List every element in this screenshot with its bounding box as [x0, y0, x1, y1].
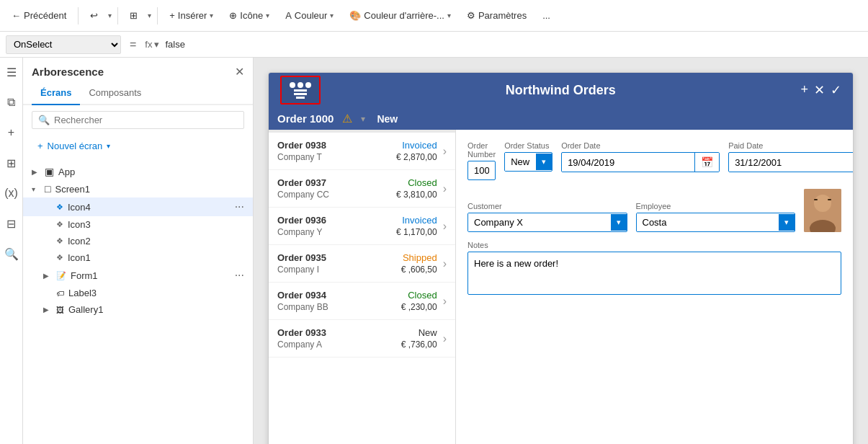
grid-icon[interactable]: ⊟	[1, 213, 22, 234]
canvas-area: Northwind Orders + ✕ ✓ Order 1000 ⚠ ▾ Ne…	[254, 58, 868, 444]
params-button[interactable]: ⚙ Paramètres	[461, 7, 532, 24]
puzzle-icon[interactable]: ⊞	[1, 153, 22, 173]
insert-button[interactable]: + Insérer ▾	[164, 7, 219, 24]
list-chevron: ›	[443, 257, 447, 270]
tree-item-screen1[interactable]: ▾ □ Screen1	[23, 180, 253, 197]
calendar-icon[interactable]: 📅	[694, 153, 719, 172]
svg-rect-4	[828, 199, 831, 200]
svg-point-1	[814, 195, 831, 212]
order-number-field: Order Number	[467, 141, 496, 180]
formula-bar: OnSelect = fx ▾	[0, 32, 868, 58]
employee-select[interactable]: Costa	[637, 213, 779, 231]
layers-icon[interactable]: ⧉	[1, 92, 22, 112]
undo-button[interactable]: ↩	[84, 7, 104, 24]
property-select[interactable]: OnSelect	[6, 35, 121, 54]
form-more-icon[interactable]: ···	[235, 269, 244, 282]
more-button[interactable]: ...	[537, 7, 556, 24]
order-number-input[interactable]	[467, 161, 496, 180]
sidebar-search: 🔍	[32, 111, 244, 129]
add-icon[interactable]: +	[1, 123, 22, 143]
app-title: Northwind Orders	[321, 83, 800, 98]
tree-item-label3[interactable]: 🏷 Label3	[23, 285, 253, 301]
list-item[interactable]: Order 0933 New Company A € ,736,00 ›	[269, 320, 455, 358]
item-more-icon[interactable]: ···	[235, 200, 244, 213]
list-chevron: ›	[443, 332, 447, 345]
icon4-icon: ❖	[56, 203, 63, 212]
list-item[interactable]: Order 0938 Invoiced Company T € 2,870,00…	[269, 133, 455, 170]
list-item[interactable]: Order 0934 Closed Company BB € ,230,00 ›	[269, 283, 455, 320]
list-item[interactable]: Order 0937 Closed Company CC € 3,810,00 …	[269, 170, 455, 208]
copy-button[interactable]: ⊞	[124, 7, 143, 24]
tree-item-gallery1[interactable]: ▶ 🖼 Gallery1	[23, 301, 253, 318]
customer-field: Customer Company X ▾	[467, 202, 627, 232]
label-icon: 🏷	[56, 289, 64, 298]
fx-chevron: ▾	[154, 39, 159, 50]
employee-field: Employee Costa ▾	[636, 202, 796, 232]
gear-icon: ⚙	[467, 10, 475, 21]
notes-textarea[interactable]: Here is a new order!	[467, 252, 841, 295]
new-screen-chevron: ▾	[107, 142, 110, 150]
detail-row2: Customer Company X ▾ Employee	[467, 189, 841, 232]
notes-label: Notes	[467, 241, 841, 249]
paid-date-input[interactable]	[729, 154, 853, 172]
fx-button[interactable]: fx ▾	[145, 39, 159, 50]
close-record-icon[interactable]: ✕	[814, 82, 825, 98]
search-icon[interactable]: 🔍	[1, 244, 22, 264]
notes-section: Notes Here is a new order!	[467, 241, 841, 297]
icon-button[interactable]: ⊕ Icône ▾	[223, 7, 275, 24]
employee-arrow: ▾	[779, 214, 795, 231]
icon-dots	[290, 82, 311, 88]
order-chevron: ▾	[361, 114, 365, 124]
undo-chevron[interactable]: ▾	[108, 12, 112, 19]
customer-select[interactable]: Company X	[468, 213, 611, 231]
search-icon: 🔍	[38, 115, 50, 125]
tree-item-icon2[interactable]: ❖ Icon2	[23, 233, 253, 249]
tree-item-icon4[interactable]: ❖ Icon4 ···	[23, 197, 253, 216]
tree-item-icon3[interactable]: ❖ Icon3	[23, 216, 253, 233]
order-status-field: Order Status New ▾	[504, 141, 552, 180]
bg-color-icon: 🎨	[349, 10, 361, 21]
search-input[interactable]	[54, 115, 238, 125]
app-header-actions: + ✕ ✓	[800, 82, 841, 98]
new-screen-button[interactable]: + Nouvel écran ▾	[32, 138, 244, 154]
icon-icon: ⊕	[229, 10, 237, 21]
icon-selected-box[interactable]	[280, 76, 321, 105]
list-item[interactable]: Order 0935 Shipped Company I € ,606,50 ›	[269, 245, 455, 283]
list-item[interactable]: Order 0936 Invoiced Company Y € 1,170,00…	[269, 208, 455, 245]
order-date-input[interactable]	[562, 154, 694, 172]
tree-item-app[interactable]: ▶ ▣ App	[23, 163, 253, 180]
plus-icon: +	[37, 141, 43, 151]
copy-chevron[interactable]: ▾	[148, 12, 151, 19]
hamburger-icon[interactable]: ☰	[1, 62, 22, 82]
tab-components[interactable]: Composants	[80, 83, 150, 105]
order-status-select-wrap: New ▾	[504, 152, 552, 172]
list-chevron: ›	[443, 220, 447, 233]
order-status-select[interactable]: New	[505, 153, 536, 171]
confirm-icon[interactable]: ✓	[831, 82, 841, 98]
form-icon: 📝	[56, 271, 66, 280]
expand-icon: ▾	[32, 185, 40, 193]
employee-select-wrap: Costa ▾	[636, 213, 796, 232]
color-button[interactable]: A Couleur ▾	[279, 7, 339, 24]
tree-item-icon1[interactable]: ❖ Icon1	[23, 249, 253, 266]
screen-icon: □	[45, 183, 50, 195]
detail-panel: Order Number Order Status New ▾	[456, 130, 853, 444]
sidebar-close-icon[interactable]: ✕	[235, 65, 244, 79]
color-icon: A	[285, 10, 292, 21]
icon1-icon: ❖	[56, 253, 63, 262]
paid-date-field: Paid Date 📅	[728, 141, 853, 180]
tab-screens[interactable]: Écrans	[32, 83, 80, 105]
formula-input[interactable]	[165, 35, 862, 54]
order-list: Order 0938 Invoiced Company T € 2,870,00…	[269, 130, 456, 444]
order-date-field: Order Date 📅	[561, 141, 720, 180]
back-button[interactable]: ← Précédent	[6, 7, 72, 24]
variable-icon[interactable]: (x)	[1, 183, 22, 203]
tree-item-form1[interactable]: ▶ 📝 Form1 ···	[23, 266, 253, 285]
icon-strip: ☰ ⧉ + ⊞ (x) ⊟ 🔍	[0, 58, 23, 444]
sep2	[117, 7, 118, 25]
order-status-arrow: ▾	[536, 154, 552, 170]
add-record-icon[interactable]: +	[800, 82, 808, 98]
toolbar: ← Précédent ↩ ▾ ⊞ ▾ + Insérer ▾ ⊕ Icône …	[0, 0, 868, 32]
bg-color-button[interactable]: 🎨 Couleur d'arrière-... ▾	[344, 7, 457, 24]
sep3	[157, 7, 158, 25]
